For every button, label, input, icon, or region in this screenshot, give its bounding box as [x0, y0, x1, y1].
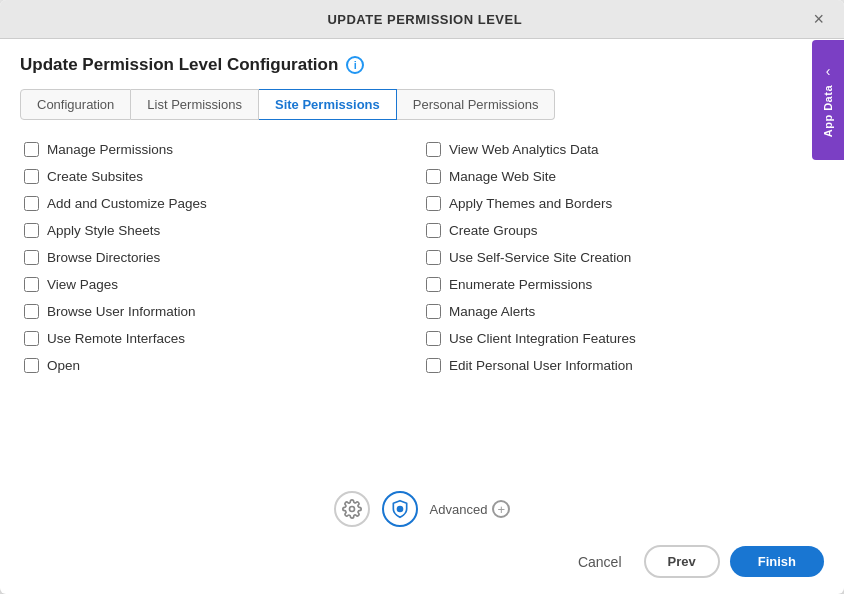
view-web-analytics-label: View Web Analytics Data [449, 142, 599, 157]
list-item: Use Remote Interfaces [20, 325, 422, 352]
list-item: Enumerate Permissions [422, 271, 824, 298]
shield-icon [390, 499, 410, 519]
edit-personal-user-label: Edit Personal User Information [449, 358, 633, 373]
list-item: Browse User Information [20, 298, 422, 325]
browse-directories-checkbox[interactable] [24, 250, 39, 265]
page-title-text: Update Permission Level Configuration [20, 55, 338, 75]
list-item: Use Self-Service Site Creation [422, 244, 824, 271]
create-groups-checkbox[interactable] [426, 223, 441, 238]
finish-button[interactable]: Finish [730, 546, 824, 577]
create-groups-label: Create Groups [449, 223, 538, 238]
apply-style-sheets-label: Apply Style Sheets [47, 223, 160, 238]
advanced-text: Advanced [430, 502, 488, 517]
browse-user-information-checkbox[interactable] [24, 304, 39, 319]
list-item: View Web Analytics Data [422, 136, 824, 163]
add-customize-pages-label: Add and Customize Pages [47, 196, 207, 211]
manage-alerts-checkbox[interactable] [426, 304, 441, 319]
gear-icon [342, 499, 362, 519]
create-subsites-checkbox[interactable] [24, 169, 39, 184]
view-web-analytics-checkbox[interactable] [426, 142, 441, 157]
enumerate-permissions-checkbox[interactable] [426, 277, 441, 292]
manage-permissions-checkbox[interactable] [24, 142, 39, 157]
shield-button[interactable] [382, 491, 418, 527]
manage-permissions-label: Manage Permissions [47, 142, 173, 157]
modal-title: UPDATE PERMISSION LEVEL [40, 12, 809, 27]
list-item: Use Client Integration Features [422, 325, 824, 352]
list-item: Browse Directories [20, 244, 422, 271]
list-item: Manage Alerts [422, 298, 824, 325]
app-data-chevron-icon: ‹ [826, 63, 831, 79]
enumerate-permissions-label: Enumerate Permissions [449, 277, 592, 292]
close-button[interactable]: × [809, 10, 828, 28]
open-checkbox[interactable] [24, 358, 39, 373]
list-item: Create Subsites [20, 163, 422, 190]
tab-bar: Configuration List Permissions Site Perm… [20, 89, 824, 120]
app-data-label: App Data [822, 85, 834, 137]
list-item: Edit Personal User Information [422, 352, 824, 379]
prev-button[interactable]: Prev [644, 545, 720, 578]
manage-web-site-checkbox[interactable] [426, 169, 441, 184]
info-icon[interactable]: i [346, 56, 364, 74]
tab-site-permissions[interactable]: Site Permissions [259, 89, 397, 120]
app-data-panel[interactable]: ‹ App Data [812, 40, 844, 160]
list-item: Open [20, 352, 422, 379]
add-customize-pages-checkbox[interactable] [24, 196, 39, 211]
use-client-integration-label: Use Client Integration Features [449, 331, 636, 346]
cancel-button[interactable]: Cancel [566, 546, 634, 578]
modal-footer: Cancel Prev Finish [0, 535, 844, 594]
use-remote-interfaces-checkbox[interactable] [24, 331, 39, 346]
tab-personal-permissions[interactable]: Personal Permissions [397, 89, 556, 120]
tab-list-permissions[interactable]: List Permissions [131, 89, 259, 120]
manage-alerts-label: Manage Alerts [449, 304, 535, 319]
left-permissions-column: Manage Permissions Create Subsites Add a… [20, 136, 422, 461]
view-pages-checkbox[interactable] [24, 277, 39, 292]
title-bar: UPDATE PERMISSION LEVEL × [0, 0, 844, 39]
list-item: Manage Permissions [20, 136, 422, 163]
list-item: Apply Style Sheets [20, 217, 422, 244]
svg-point-0 [349, 507, 354, 512]
list-item: Apply Themes and Borders [422, 190, 824, 217]
browse-directories-label: Browse Directories [47, 250, 160, 265]
manage-web-site-label: Manage Web Site [449, 169, 556, 184]
edit-personal-user-checkbox[interactable] [426, 358, 441, 373]
apply-style-sheets-checkbox[interactable] [24, 223, 39, 238]
gear-button[interactable] [334, 491, 370, 527]
apply-themes-borders-label: Apply Themes and Borders [449, 196, 612, 211]
svg-point-1 [397, 507, 402, 512]
open-label: Open [47, 358, 80, 373]
use-remote-interfaces-label: Use Remote Interfaces [47, 331, 185, 346]
list-item: Manage Web Site [422, 163, 824, 190]
list-item: Add and Customize Pages [20, 190, 422, 217]
list-item: View Pages [20, 271, 422, 298]
bottom-icons-bar: Advanced + [0, 477, 844, 535]
permissions-grid: Manage Permissions Create Subsites Add a… [20, 136, 824, 461]
modal-body: Update Permission Level Configuration i … [0, 39, 844, 477]
tab-configuration[interactable]: Configuration [20, 89, 131, 120]
right-permissions-column: View Web Analytics Data Manage Web Site … [422, 136, 824, 461]
advanced-plus-icon: + [492, 500, 510, 518]
use-self-service-label: Use Self-Service Site Creation [449, 250, 631, 265]
browse-user-information-label: Browse User Information [47, 304, 196, 319]
modal-dialog: UPDATE PERMISSION LEVEL × ‹ App Data Upd… [0, 0, 844, 594]
view-pages-label: View Pages [47, 277, 118, 292]
advanced-button[interactable]: Advanced + [430, 500, 511, 518]
list-item: Create Groups [422, 217, 824, 244]
use-self-service-checkbox[interactable] [426, 250, 441, 265]
page-title-area: Update Permission Level Configuration i [20, 55, 824, 75]
create-subsites-label: Create Subsites [47, 169, 143, 184]
use-client-integration-checkbox[interactable] [426, 331, 441, 346]
apply-themes-borders-checkbox[interactable] [426, 196, 441, 211]
